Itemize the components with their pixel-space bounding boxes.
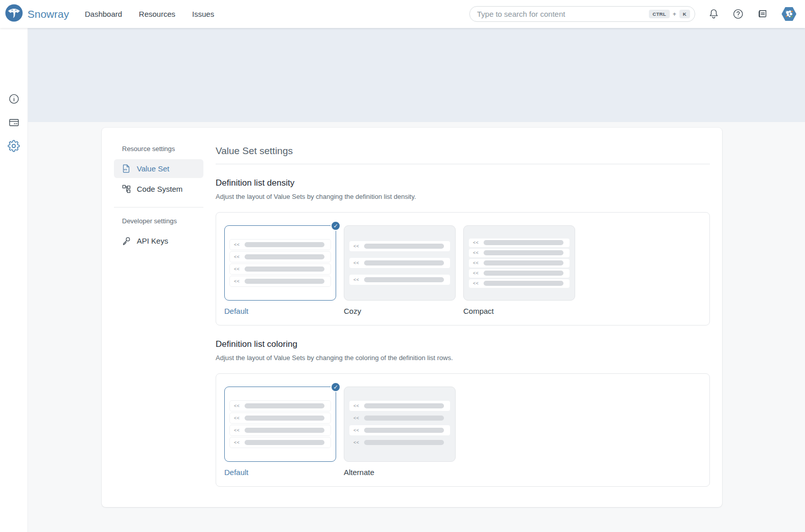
option-label: Cozy	[344, 307, 456, 315]
option-preview-compact[interactable]: <<<<<<<<<<	[463, 225, 575, 301]
notifications-bell-icon[interactable]	[708, 8, 720, 20]
preview-bar	[245, 267, 324, 272]
settings-nav-item-value-set[interactable]: vs Value Set	[114, 159, 203, 178]
preview-row: <<	[349, 275, 450, 285]
preview-row: <<	[349, 241, 450, 251]
user-avatar[interactable]	[781, 7, 797, 21]
settings-nav-item-label: Code System	[137, 185, 183, 193]
preview-marker: <<	[234, 243, 240, 247]
preview-row: <<	[469, 269, 570, 278]
option-default[interactable]: <<<<<<<<✓Default	[224, 387, 336, 477]
preview-row: <<	[230, 276, 331, 286]
preview-marker: <<	[353, 278, 360, 282]
preview-marker: <<	[353, 440, 360, 445]
preview-marker: <<	[234, 279, 240, 284]
settings-nav-item-api-keys[interactable]: API Keys	[114, 231, 203, 250]
preview-bar	[484, 240, 563, 245]
preview-bar	[364, 403, 444, 408]
preview-bar	[484, 260, 563, 265]
preview-row: <<	[469, 259, 570, 268]
preview-marker: <<	[473, 251, 479, 255]
preview-marker: <<	[234, 416, 240, 421]
preview-row: <<	[230, 401, 331, 411]
preview-marker: <<	[473, 281, 479, 286]
preview-marker: <<	[353, 261, 360, 265]
kbd-plus: +	[673, 11, 676, 18]
option-preview-default[interactable]: <<<<<<<<✓	[224, 225, 336, 301]
preview-marker: <<	[234, 428, 240, 433]
preview-marker: <<	[353, 404, 360, 408]
option-alternate[interactable]: <<<<<<<<Alternate	[344, 387, 456, 477]
density-options-group: <<<<<<<<✓Default<<<<<<Cozy<<<<<<<<<<Comp…	[216, 212, 710, 326]
preview-row: <<	[230, 437, 331, 448]
settings-nav-item-label: Value Set	[137, 164, 169, 173]
preview-row: <<	[230, 240, 331, 250]
option-default[interactable]: <<<<<<<<✓Default	[224, 225, 336, 315]
preview-bar	[364, 260, 444, 265]
selected-check-icon: ✓	[331, 221, 341, 231]
preview-marker: <<	[473, 261, 479, 265]
preview-bar	[364, 440, 444, 445]
settings-card: Resource settings vs Value Set Code Syst…	[102, 128, 722, 507]
preview-row: <<	[230, 413, 331, 423]
option-preview-alternate[interactable]: <<<<<<<<	[344, 387, 456, 462]
left-icon-sidebar	[0, 28, 28, 532]
preview-bar	[245, 403, 324, 408]
brand-name[interactable]: Snowray	[27, 8, 69, 20]
section-description: Adjust the layout of Value Sets by chang…	[216, 354, 710, 362]
kbd-k: K	[679, 10, 690, 19]
preview-bar	[484, 250, 563, 255]
news-icon[interactable]	[757, 8, 768, 20]
nav-item-dashboard[interactable]: Dashboard	[85, 10, 122, 18]
search-input[interactable]	[477, 10, 649, 18]
option-preview-default[interactable]: <<<<<<<<✓	[224, 387, 336, 462]
option-preview-cozy[interactable]: <<<<<<	[344, 225, 456, 301]
preview-marker: <<	[353, 244, 360, 249]
preview-row: <<	[349, 437, 450, 448]
settings-nav-item-code-system[interactable]: Code System	[114, 180, 203, 198]
preview-row: <<	[230, 252, 331, 262]
option-label: Compact	[463, 307, 575, 315]
code-system-tree-icon	[122, 184, 131, 194]
option-cozy[interactable]: <<<<<<Cozy	[344, 225, 456, 315]
settings-gear-icon[interactable]	[8, 140, 20, 152]
preview-bar	[245, 254, 324, 259]
preview-row: <<	[230, 264, 331, 274]
section-coloring: Definition list coloring Adjust the layo…	[216, 339, 710, 487]
page-title: Value Set settings	[216, 145, 710, 157]
section-heading: Definition list coloring	[216, 339, 710, 349]
preview-marker: <<	[473, 241, 479, 245]
preview-marker: <<	[234, 255, 240, 259]
kbd-ctrl: CTRL	[649, 10, 670, 19]
info-icon[interactable]	[8, 93, 20, 105]
settings-nav-divider	[114, 207, 203, 208]
nav-item-resources[interactable]: Resources	[139, 10, 175, 18]
preview-bar	[364, 428, 444, 433]
preview-bar	[364, 277, 444, 282]
title-divider	[216, 164, 710, 164]
coloring-options-group: <<<<<<<<✓Default<<<<<<<<Alternate	[216, 373, 710, 487]
preview-marker: <<	[473, 271, 479, 276]
preview-row: <<	[349, 258, 450, 268]
svg-text:vs: vs	[124, 168, 127, 171]
snowray-logo-icon[interactable]	[5, 4, 23, 24]
help-icon[interactable]	[732, 8, 744, 20]
section-density: Definition list density Adjust the layou…	[216, 178, 710, 326]
nav-item-issues[interactable]: Issues	[192, 10, 214, 18]
global-search[interactable]: CTRL + K	[469, 6, 695, 22]
header-band	[28, 28, 805, 122]
preview-row: <<	[349, 413, 450, 423]
option-compact[interactable]: <<<<<<<<<<Compact	[463, 225, 575, 315]
option-label: Alternate	[344, 468, 456, 477]
preview-marker: <<	[353, 428, 360, 433]
preview-marker: <<	[234, 267, 240, 272]
preview-bar	[484, 281, 563, 286]
preview-bar	[245, 416, 324, 421]
preview-row: <<	[469, 279, 570, 288]
settings-nav-group-header: Resource settings	[114, 145, 203, 153]
settings-nav-group-header: Developer settings	[114, 217, 203, 225]
preview-marker: <<	[234, 440, 240, 445]
settings-nav-item-label: API Keys	[137, 237, 168, 245]
preview-row: <<	[349, 425, 450, 435]
billing-card-icon[interactable]	[8, 116, 20, 128]
